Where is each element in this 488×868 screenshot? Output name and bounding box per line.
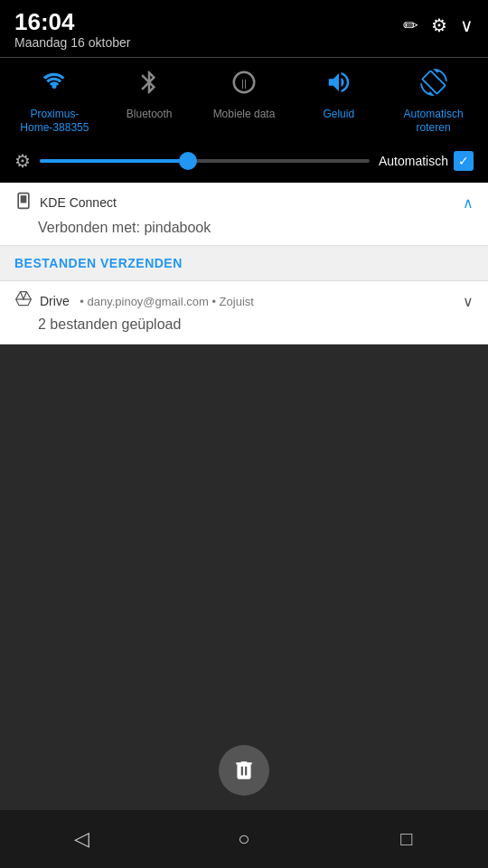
svg-text:||: || [241, 78, 247, 89]
kde-connect-body-text: Verbonden met: pindabook [38, 220, 211, 235]
edit-icon[interactable]: ✏ [403, 14, 418, 36]
status-time: 16:04 [14, 9, 130, 35]
brightness-thumb [179, 152, 197, 170]
drive-body: 2 bestanden geüpload [0, 316, 488, 344]
kde-connect-notification: KDE Connect ∧ Verbonden met: pindabook B… [0, 183, 488, 281]
brightness-auto-checkbox[interactable]: ✓ [454, 151, 474, 171]
drive-header: Drive • dany.pinoy@gmail.com • Zojuist ∨ [0, 281, 488, 316]
brightness-track [40, 159, 370, 163]
drive-notification: Drive • dany.pinoy@gmail.com • Zojuist ∨… [0, 281, 488, 344]
qs-mobile-data[interactable]: || Mobiele data [203, 69, 285, 122]
empty-space [0, 344, 488, 616]
nav-bar: ◁ ○ □ [0, 810, 488, 868]
qs-sound-label: Geluid [323, 108, 354, 122]
kde-connect-header: KDE Connect ∧ [0, 183, 488, 220]
brightness-slider[interactable] [40, 152, 370, 170]
drive-meta: • dany.pinoy@gmail.com • Zojuist [77, 295, 455, 308]
quick-settings-row: Proximus-Home-388355 Bluetooth || Mobiel… [0, 58, 488, 146]
drive-expand-icon[interactable]: ∨ [463, 293, 474, 310]
kde-connect-expand-icon[interactable]: ∧ [463, 194, 474, 212]
wifi-icon [41, 69, 68, 102]
qs-bluetooth[interactable]: Bluetooth [108, 69, 190, 122]
qs-auto-rotate-label: Automatischroteren [404, 108, 464, 136]
kde-connect-icon [14, 192, 33, 214]
drive-icon [14, 290, 33, 313]
svg-rect-3 [21, 195, 27, 203]
kde-connect-body: Verbonden met: pindabook [0, 220, 488, 245]
qs-wifi-label: Proximus-Home-388355 [20, 108, 89, 136]
qs-wifi[interactable]: Proximus-Home-388355 [14, 69, 95, 136]
status-time-block: 16:04 Maandag 16 oktober [14, 9, 130, 50]
brightness-fill [40, 159, 188, 163]
expand-icon[interactable]: ∨ [460, 14, 474, 36]
brightness-auto-group: Automatisch ✓ [379, 151, 474, 171]
notifications-area: KDE Connect ∧ Verbonden met: pindabook B… [0, 183, 488, 344]
qs-mobile-data-label: Mobiele data [213, 108, 276, 122]
settings-icon[interactable]: ⚙ [431, 14, 447, 36]
status-icons-group: ✏ ⚙ ∨ [403, 9, 474, 36]
mobile-data-icon: || [230, 69, 258, 102]
bestanden-verzenden-button[interactable]: BESTANDEN VERZENDEN [14, 256, 183, 270]
kde-connect-action-bar: BESTANDEN VERZENDEN [0, 245, 488, 280]
brightness-row: ⚙ Automatisch ✓ [0, 146, 488, 183]
bluetooth-icon [136, 69, 163, 102]
clear-all-button[interactable] [219, 745, 269, 796]
clear-all-container [219, 745, 269, 796]
status-date: Maandag 16 oktober [14, 35, 130, 50]
home-button[interactable]: ○ [217, 821, 271, 857]
brightness-icon: ⚙ [14, 150, 31, 172]
brightness-auto-label: Automatisch [379, 154, 448, 168]
drive-app-name: Drive [40, 294, 70, 308]
recents-button[interactable]: □ [380, 821, 434, 857]
qs-auto-rotate[interactable]: Automatischroteren [393, 69, 474, 136]
status-bar: 16:04 Maandag 16 oktober ✏ ⚙ ∨ [0, 0, 488, 57]
qs-bluetooth-label: Bluetooth [127, 108, 173, 122]
qs-sound[interactable]: Geluid [298, 69, 380, 122]
drive-body-text: 2 bestanden geüpload [38, 316, 181, 332]
back-button[interactable]: ◁ [54, 821, 108, 857]
kde-connect-app-name: KDE Connect [40, 195, 455, 210]
auto-rotate-icon [420, 69, 447, 102]
sound-icon [325, 69, 352, 102]
